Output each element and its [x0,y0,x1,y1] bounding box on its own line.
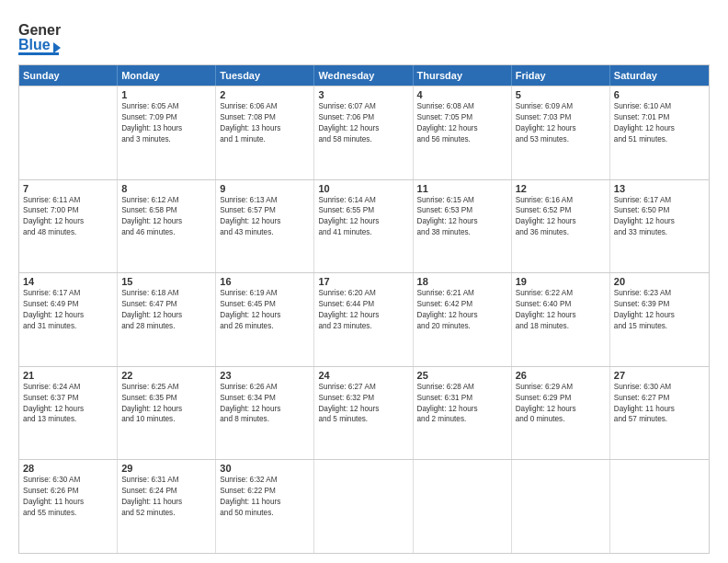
day-info: Sunrise: 6:27 AMSunset: 6:32 PMDaylight:… [318,382,408,426]
table-row: 2Sunrise: 6:06 AMSunset: 7:08 PMDaylight… [216,86,314,179]
day-info: Sunrise: 6:14 AMSunset: 6:55 PMDaylight:… [318,195,408,239]
day-number: 7 [23,183,113,194]
table-row: 14Sunrise: 6:17 AMSunset: 6:49 PMDayligh… [19,273,118,366]
calendar-header: Sunday Monday Tuesday Wednesday Thursday… [19,65,709,86]
day-number: 20 [614,276,705,287]
table-row: 21Sunrise: 6:24 AMSunset: 6:37 PMDayligh… [19,367,118,460]
header-wednesday: Wednesday [314,65,413,86]
day-info: Sunrise: 6:06 AMSunset: 7:08 PMDaylight:… [220,101,310,145]
table-row: 4Sunrise: 6:08 AMSunset: 7:05 PMDaylight… [414,86,512,179]
day-info: Sunrise: 6:32 AMSunset: 6:22 PMDaylight:… [220,475,310,519]
header-thursday: Thursday [414,65,512,86]
day-number: 29 [121,463,211,474]
calendar-row: 7Sunrise: 6:11 AMSunset: 7:00 PMDaylight… [19,179,709,273]
table-row: 15Sunrise: 6:18 AMSunset: 6:47 PMDayligh… [118,273,216,366]
day-number: 8 [121,183,211,194]
day-number: 1 [121,89,211,100]
day-number: 11 [417,183,507,194]
day-number: 10 [318,183,408,194]
day-number: 23 [220,370,310,381]
table-row: 26Sunrise: 6:29 AMSunset: 6:29 PMDayligh… [512,367,610,460]
svg-marker-2 [53,42,61,53]
header-saturday: Saturday [610,65,709,86]
day-number: 15 [121,276,211,287]
table-row [314,460,413,553]
day-number: 14 [23,276,113,287]
calendar-body: 1Sunrise: 6:05 AMSunset: 7:09 PMDaylight… [19,86,709,553]
table-row: 7Sunrise: 6:11 AMSunset: 7:00 PMDaylight… [19,180,118,273]
day-number: 4 [417,89,507,100]
table-row: 24Sunrise: 6:27 AMSunset: 6:32 PMDayligh… [314,367,413,460]
table-row [512,460,610,553]
table-row: 16Sunrise: 6:19 AMSunset: 6:45 PMDayligh… [216,273,314,366]
day-number: 25 [417,370,507,381]
day-number: 26 [516,370,606,381]
header: General Blue [18,17,710,57]
table-row: 28Sunrise: 6:30 AMSunset: 6:26 PMDayligh… [19,460,118,553]
day-info: Sunrise: 6:11 AMSunset: 7:00 PMDaylight:… [23,195,113,239]
table-row: 23Sunrise: 6:26 AMSunset: 6:34 PMDayligh… [216,367,314,460]
logo-icon: General Blue [18,17,61,57]
day-info: Sunrise: 6:05 AMSunset: 7:09 PMDaylight:… [121,101,211,145]
calendar-row: 21Sunrise: 6:24 AMSunset: 6:37 PMDayligh… [19,366,709,460]
table-row: 13Sunrise: 6:17 AMSunset: 6:50 PMDayligh… [610,180,709,273]
table-row [414,460,512,553]
day-info: Sunrise: 6:08 AMSunset: 7:05 PMDaylight:… [417,101,507,145]
header-sunday: Sunday [19,65,118,86]
table-row: 17Sunrise: 6:20 AMSunset: 6:44 PMDayligh… [314,273,413,366]
day-number: 22 [121,370,211,381]
table-row: 6Sunrise: 6:10 AMSunset: 7:01 PMDaylight… [610,86,709,179]
table-row: 29Sunrise: 6:31 AMSunset: 6:24 PMDayligh… [118,460,216,553]
table-row: 20Sunrise: 6:23 AMSunset: 6:39 PMDayligh… [610,273,709,366]
day-number: 18 [417,276,507,287]
table-row: 5Sunrise: 6:09 AMSunset: 7:03 PMDaylight… [512,86,610,179]
day-info: Sunrise: 6:30 AMSunset: 6:27 PMDaylight:… [614,382,705,426]
table-row [19,86,118,179]
svg-text:General: General [18,22,61,38]
table-row: 22Sunrise: 6:25 AMSunset: 6:35 PMDayligh… [118,367,216,460]
day-number: 28 [23,463,113,474]
day-info: Sunrise: 6:21 AMSunset: 6:42 PMDaylight:… [417,288,507,332]
logo: General Blue [18,17,61,57]
day-info: Sunrise: 6:07 AMSunset: 7:06 PMDaylight:… [318,101,408,145]
day-info: Sunrise: 6:18 AMSunset: 6:47 PMDaylight:… [121,288,211,332]
day-info: Sunrise: 6:10 AMSunset: 7:01 PMDaylight:… [614,101,705,145]
day-info: Sunrise: 6:29 AMSunset: 6:29 PMDaylight:… [516,382,606,426]
day-info: Sunrise: 6:28 AMSunset: 6:31 PMDaylight:… [417,382,507,426]
day-info: Sunrise: 6:17 AMSunset: 6:50 PMDaylight:… [614,195,705,239]
day-info: Sunrise: 6:17 AMSunset: 6:49 PMDaylight:… [23,288,113,332]
day-info: Sunrise: 6:24 AMSunset: 6:37 PMDaylight:… [23,382,113,426]
table-row: 25Sunrise: 6:28 AMSunset: 6:31 PMDayligh… [414,367,512,460]
table-row: 9Sunrise: 6:13 AMSunset: 6:57 PMDaylight… [216,180,314,273]
day-number: 30 [220,463,310,474]
header-tuesday: Tuesday [216,65,314,86]
day-info: Sunrise: 6:12 AMSunset: 6:58 PMDaylight:… [121,195,211,239]
table-row: 30Sunrise: 6:32 AMSunset: 6:22 PMDayligh… [216,460,314,553]
day-info: Sunrise: 6:13 AMSunset: 6:57 PMDaylight:… [220,195,310,239]
page: General Blue Sunday Monday Tuesday Wedne… [0,0,728,563]
day-number: 16 [220,276,310,287]
day-number: 5 [516,89,606,100]
day-info: Sunrise: 6:15 AMSunset: 6:53 PMDaylight:… [417,195,507,239]
day-number: 21 [23,370,113,381]
table-row: 18Sunrise: 6:21 AMSunset: 6:42 PMDayligh… [414,273,512,366]
table-row: 1Sunrise: 6:05 AMSunset: 7:09 PMDaylight… [118,86,216,179]
day-info: Sunrise: 6:19 AMSunset: 6:45 PMDaylight:… [220,288,310,332]
day-info: Sunrise: 6:26 AMSunset: 6:34 PMDaylight:… [220,382,310,426]
day-info: Sunrise: 6:23 AMSunset: 6:39 PMDaylight:… [614,288,705,332]
day-number: 2 [220,89,310,100]
calendar-row: 14Sunrise: 6:17 AMSunset: 6:49 PMDayligh… [19,272,709,366]
day-number: 27 [614,370,705,381]
header-monday: Monday [118,65,216,86]
calendar-row: 1Sunrise: 6:05 AMSunset: 7:09 PMDaylight… [19,86,709,179]
calendar-row: 28Sunrise: 6:30 AMSunset: 6:26 PMDayligh… [19,459,709,553]
table-row: 10Sunrise: 6:14 AMSunset: 6:55 PMDayligh… [314,180,413,273]
day-info: Sunrise: 6:09 AMSunset: 7:03 PMDaylight:… [516,101,606,145]
day-info: Sunrise: 6:30 AMSunset: 6:26 PMDaylight:… [23,475,113,519]
day-number: 24 [318,370,408,381]
day-number: 19 [516,276,606,287]
day-info: Sunrise: 6:16 AMSunset: 6:52 PMDaylight:… [516,195,606,239]
day-number: 13 [614,183,705,194]
table-row: 3Sunrise: 6:07 AMSunset: 7:06 PMDaylight… [314,86,413,179]
svg-text:Blue: Blue [18,37,51,52]
